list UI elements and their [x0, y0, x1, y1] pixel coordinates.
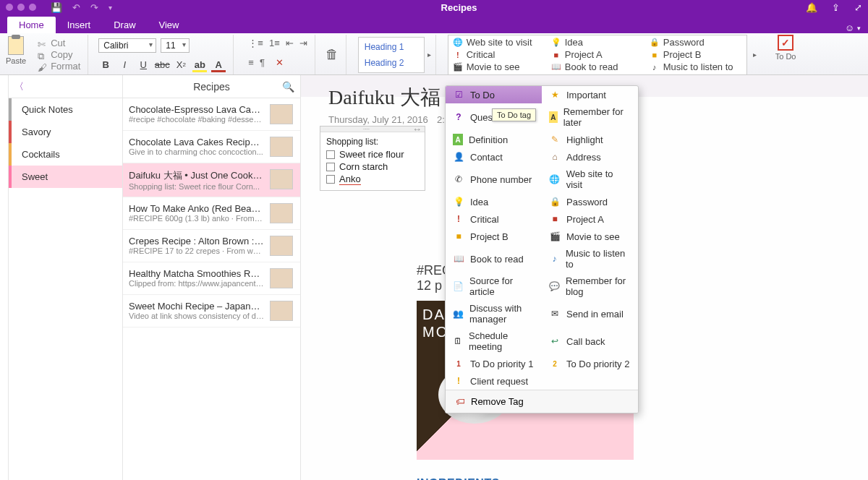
copy-button[interactable]: ⧉Copy — [38, 49, 80, 60]
note-container[interactable]: ····↔ Shopping list: Sweet rice flourCor… — [320, 126, 425, 191]
tag-menu-item[interactable]: ♪Music to listen to — [542, 245, 638, 273]
tag-menu-item[interactable]: 📖Book to read — [446, 245, 542, 273]
format-painter-button[interactable]: 🖌Format — [38, 61, 80, 72]
section-sweet[interactable]: Sweet — [9, 166, 122, 188]
tab-insert[interactable]: Insert — [56, 17, 103, 33]
section-cocktails[interactable]: Cocktails — [9, 143, 122, 166]
redo-icon[interactable]: ↷ — [90, 2, 98, 13]
italic-button[interactable]: I — [117, 59, 132, 72]
shopping-item[interactable]: Sweet rice flour — [326, 148, 419, 160]
save-icon[interactable]: 💾 — [51, 2, 62, 13]
todo-checkbox[interactable] — [326, 163, 335, 171]
styles-expand-icon[interactable]: ▸ — [427, 51, 431, 59]
tag-menu-item[interactable]: ⌂Address — [542, 148, 638, 166]
feedback-icon[interactable]: ☺ — [845, 22, 854, 33]
minimize-window-icon[interactable] — [17, 4, 25, 11]
tag-menu-item[interactable]: ✆Phone number — [446, 166, 542, 193]
tab-home[interactable]: Home — [7, 17, 56, 33]
shopping-item[interactable]: Anko — [326, 173, 419, 186]
tag-menu-item[interactable]: ✎Highlight — [542, 131, 638, 148]
tag-menu-item[interactable]: ★Important — [542, 86, 638, 103]
strikethrough-button[interactable]: abc — [155, 59, 169, 72]
tag-menu-item[interactable]: ■Project A — [542, 210, 638, 228]
page-item[interactable]: How To Make Anko (Red Bean P...#RECIPE 6… — [123, 197, 300, 230]
tag-gallery-item[interactable]: ■Project A — [551, 49, 644, 61]
clear-formatting-button[interactable]: ✕ — [271, 53, 289, 72]
paragraph-spacing-button[interactable]: ¶ — [260, 57, 265, 68]
notebook-nav-strip[interactable] — [0, 75, 9, 480]
tag-menu-item[interactable]: 🌐Web site to visit — [542, 166, 638, 193]
font-family-select[interactable]: Calibri — [98, 38, 156, 53]
heading-1-style[interactable]: Heading 1 — [359, 39, 424, 55]
page-item[interactable]: Chocolate Lava Cakes Recipe -...Give in … — [123, 131, 300, 163]
page-item[interactable]: Healthy Matcha Smoothies Reci...Clipped … — [123, 262, 300, 295]
tag-gallery-item[interactable]: 📖Book to read — [551, 61, 644, 73]
tag-menu-item[interactable]: ☑To Do — [446, 86, 542, 103]
back-icon[interactable]: 〈 — [14, 80, 24, 93]
tag-menu-item[interactable]: 2To Do priority 2 — [542, 355, 638, 372]
delete-button[interactable]: 🗑 — [326, 47, 339, 62]
tag-menu-item[interactable]: 👤Contact — [446, 148, 542, 166]
tab-view[interactable]: View — [148, 17, 191, 33]
tag-gallery-item[interactable]: 💡Idea — [551, 37, 644, 48]
tag-menu-item[interactable]: 🗓Schedule meeting — [446, 327, 542, 355]
search-icon[interactable]: 🔍 — [282, 81, 294, 93]
tag-menu-item[interactable]: 🔒Password — [542, 193, 638, 210]
page-item[interactable]: Sweet Mochi Recipe – Japanese Cooki...Vi… — [123, 295, 300, 327]
share-icon[interactable]: ⇪ — [832, 2, 840, 13]
notifications-icon[interactable]: 🔔 — [806, 2, 817, 13]
tag-menu-item[interactable]: 💡Idea — [446, 193, 542, 210]
zoom-window-icon[interactable] — [29, 4, 36, 11]
tag-gallery-item[interactable]: ■Project B — [650, 49, 742, 61]
align-button[interactable]: ≡ — [248, 57, 254, 68]
tag-menu-item[interactable]: 1To Do priority 1 — [446, 355, 542, 372]
tag-gallery-item[interactable]: 🎬Movie to see — [453, 61, 545, 73]
todo-checkbox[interactable] — [326, 175, 335, 184]
tab-draw[interactable]: Draw — [102, 17, 147, 33]
tag-menu-item[interactable]: ↩Call back — [542, 327, 638, 355]
styles-gallery[interactable]: Heading 1 Heading 2 — [358, 37, 425, 73]
bold-button[interactable]: B — [98, 59, 113, 72]
tag-menu-item[interactable]: ARemember for later — [542, 103, 638, 131]
subscript-button[interactable]: X2 — [174, 59, 188, 72]
page-item[interactable]: Crepes Recipe : Alton Brown : F...#RECIP… — [123, 230, 300, 262]
indent-button[interactable]: ⇥ — [299, 38, 307, 48]
tag-gallery-item[interactable]: !Critical — [453, 49, 545, 61]
remove-tag-button[interactable]: 🏷 Remove Tag — [446, 390, 638, 413]
font-size-select[interactable]: 11 — [161, 38, 190, 53]
heading-2-style[interactable]: Heading 2 — [359, 55, 424, 71]
tags-expand-icon[interactable]: ▸ — [753, 51, 757, 59]
page-item[interactable]: Daifuku 大福 • Just One Cookbo...Shopping … — [123, 163, 300, 197]
page-item[interactable]: Chocolate-Espresso Lava Cakes...#recipe … — [123, 98, 300, 131]
highlight-color-button[interactable]: ab — [192, 59, 207, 72]
paste-button[interactable]: Paste — [6, 35, 26, 74]
bullets-button[interactable]: ⋮≡ — [248, 38, 263, 48]
tag-menu-item[interactable]: ✉Send in email — [542, 300, 638, 327]
tags-gallery[interactable]: 🌐Web site to visit💡Idea🔒Password!Critica… — [448, 35, 747, 75]
container-handle[interactable]: ····↔ — [320, 127, 425, 132]
tag-gallery-item[interactable]: 🌐Web site to visit — [453, 37, 545, 48]
cut-button[interactable]: ✄Cut — [38, 38, 80, 48]
tag-gallery-item[interactable]: ♪Music to listen to — [650, 61, 742, 73]
font-color-button[interactable]: A — [211, 59, 226, 72]
undo-icon[interactable]: ↶ — [72, 2, 80, 13]
tag-menu-item[interactable]: 💬Remember for blog — [542, 273, 638, 300]
numbering-button[interactable]: 1≡ — [269, 38, 280, 48]
tag-menu-item[interactable]: 📄Source for article — [446, 273, 542, 300]
todo-tag-button[interactable]: ✓ To Do — [768, 35, 804, 74]
section-quick-notes[interactable]: Quick Notes — [9, 98, 122, 121]
tag-menu-item[interactable]: !Critical — [446, 210, 542, 228]
tag-menu-item[interactable]: ADefinition — [446, 131, 542, 148]
underline-button[interactable]: U — [136, 59, 150, 72]
fullscreen-icon[interactable]: ⤢ — [854, 2, 862, 13]
shopping-item[interactable]: Corn starch — [326, 160, 419, 173]
tag-gallery-item[interactable]: 🔒Password — [650, 37, 742, 48]
close-window-icon[interactable] — [6, 4, 13, 11]
section-savory[interactable]: Savory — [9, 121, 122, 143]
tag-menu-item[interactable]: 🎬Movie to see — [542, 228, 638, 245]
tag-menu-item[interactable]: ■Project B — [446, 228, 542, 245]
todo-checkbox[interactable] — [326, 150, 335, 159]
tag-menu-item[interactable]: !Client request — [446, 372, 542, 390]
outdent-button[interactable]: ⇤ — [286, 38, 294, 48]
tag-menu-item[interactable]: 👥Discuss with manager — [446, 300, 542, 327]
